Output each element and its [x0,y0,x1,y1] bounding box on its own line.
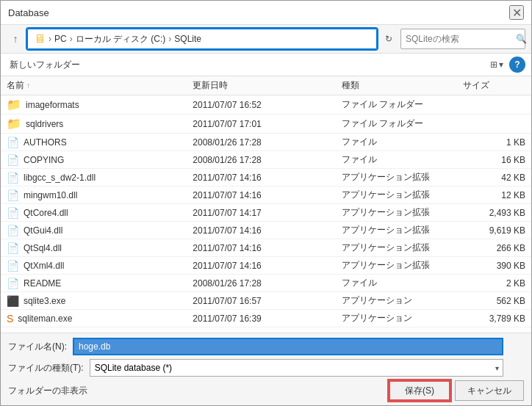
close-button[interactable]: ✕ [509,5,524,20]
file-name: 📄QtGui4.dll [1,222,187,239]
file-type: アプリケーション拡張 [336,222,457,239]
dll-icon: 📄 [7,172,19,184]
col-header-name[interactable]: 名前 ↑ [1,76,187,95]
file-size: 42 KB [457,169,531,186]
file-type: ファイル [336,275,457,292]
cancel-button[interactable]: キャンセル [455,380,524,401]
file-name: 📄libgcc_s_dw2-1.dll [1,169,187,186]
table-row[interactable]: 📄QtSql4.dll 2011/07/07 14:16 アプリケーション拡張 … [1,239,531,257]
table-row[interactable]: 📄QtCore4.dll 2011/07/07 14:17 アプリケーション拡張… [1,204,531,222]
folder-icon: 📁 [7,117,21,131]
file-type: ファイル フォルダー [336,115,457,134]
file-name: 📄COPYING [1,151,187,169]
file-date: 2011/07/07 14:16 [187,222,336,239]
dll-icon: 📄 [7,242,19,254]
file-icon: 📄 [7,154,19,166]
table-row[interactable]: 📄AUTHORS 2008/01/26 17:28 ファイル 1 KB [1,134,531,151]
file-date: 2011/07/07 16:57 [187,292,336,310]
file-type: ファイル [336,134,457,151]
breadcrumb[interactable]: 🖥 › PC › ローカル ディスク (C:) › SQLite [27,29,377,49]
file-name: ⬛sqlite3.exe [1,292,187,310]
file-name: Ssqliteman.exe [1,310,187,327]
table-row[interactable]: 📁sqldrivers 2011/07/07 17:01 ファイル フォルダー [1,115,531,134]
search-box: 🔍 [400,29,525,49]
file-size: 1 KB [457,134,531,151]
hide-folders-link[interactable]: フォルダーの非表示 [8,385,87,397]
file-list-area: 名前 ↑ 更新日時 種類 サイズ 📁imageformats 2011/07/0… [1,76,531,333]
file-size: 266 KB [457,239,531,257]
file-size: 390 KB [457,257,531,275]
search-input[interactable] [406,34,516,44]
file-size [457,95,531,115]
col-header-size[interactable]: サイズ [457,76,531,95]
table-row[interactable]: Ssqliteman.exe 2011/07/07 16:39 アプリケーション… [1,310,531,327]
new-folder-button[interactable]: 新しいフォルダー [7,57,83,73]
file-size: 3,789 KB [457,310,531,327]
file-icon: 📄 [7,278,19,289]
title-bar: Database ✕ [1,1,531,25]
footer-area: ファイル名(N): ファイルの種類(T): SQLite database (*… [1,333,531,405]
file-type: アプリケーション拡張 [336,186,457,204]
breadcrumb-folder: SQLite [174,34,201,44]
file-name: 📄README [1,275,187,292]
filetype-label: ファイルの種類(T): [8,362,84,374]
table-row[interactable]: 📄mingwm10.dll 2011/07/07 14:16 アプリケーション拡… [1,186,531,204]
toolbar: 新しいフォルダー ⊞ ▾ ? [1,54,531,76]
dll-icon: 📄 [7,260,19,272]
file-date: 2008/01/26 17:28 [187,151,336,169]
filename-input[interactable] [73,338,503,355]
file-size: 9,619 KB [457,222,531,239]
filename-label: ファイル名(N): [8,341,67,353]
file-name: 📄QtSql4.dll [1,239,187,257]
dialog-title: Database [8,7,49,18]
filename-row: ファイル名(N): [8,338,524,355]
file-name: 📄AUTHORS [1,134,187,151]
save-button[interactable]: 保存(S) [389,380,450,401]
nav-up-button[interactable]: ↑ [7,30,24,48]
dll-icon: 📄 [7,189,19,201]
dll-icon: 📄 [7,225,19,236]
table-row[interactable]: 📄COPYING 2008/01/26 17:28 ファイル 16 KB [1,151,531,169]
file-date: 2011/07/07 16:39 [187,310,336,327]
file-type: アプリケーション拡張 [336,257,457,275]
folder-icon: 📁 [7,98,21,112]
file-date: 2008/01/26 17:28 [187,134,336,151]
col-header-type[interactable]: 種類 [336,76,457,95]
col-header-date[interactable]: 更新日時 [187,76,336,95]
file-size: 2,493 KB [457,204,531,222]
filetype-row: ファイルの種類(T): SQLite database (*) ▾ [8,359,524,377]
search-icon: 🔍 [516,34,527,44]
file-type: アプリケーション拡張 [336,204,457,222]
table-row[interactable]: 📄QtGui4.dll 2011/07/07 14:16 アプリケーション拡張 … [1,222,531,239]
table-row[interactable]: 📄QtXml4.dll 2011/07/07 14:16 アプリケーション拡張 … [1,257,531,275]
file-date: 2011/07/07 17:01 [187,115,336,134]
view-icon: ⊞ [490,59,497,70]
file-date: 2011/07/07 14:17 [187,204,336,222]
sqliteman-icon: S [7,313,13,325]
file-size [457,115,531,134]
address-bar: ↑ 🖥 › PC › ローカル ディスク (C:) › SQLite ↻ 🔍 [1,25,531,54]
file-icon: 📄 [7,137,19,148]
file-name: 📁sqldrivers [1,115,187,134]
file-date: 2011/07/07 14:16 [187,186,336,204]
file-name: 📄QtXml4.dll [1,257,187,275]
file-size: 2 KB [457,275,531,292]
view-dropdown-arrow: ▾ [499,59,503,70]
sort-arrow-name: ↑ [26,81,30,90]
filetype-select[interactable]: SQLite database (*) [90,359,503,377]
view-button[interactable]: ⊞ ▾ [487,58,506,71]
help-button[interactable]: ? [509,57,525,73]
file-date: 2008/01/26 17:28 [187,275,336,292]
dll-icon: 📄 [7,207,19,219]
file-table: 名前 ↑ 更新日時 種類 サイズ 📁imageformats 2011/07/0… [1,76,531,327]
exe-icon: ⬛ [7,295,19,307]
file-date: 2011/07/07 14:16 [187,169,336,186]
table-row[interactable]: 📁imageformats 2011/07/07 16:52 ファイル フォルダ… [1,95,531,115]
table-row[interactable]: 📄README 2008/01/26 17:28 ファイル 2 KB [1,275,531,292]
refresh-button[interactable]: ↻ [380,30,398,48]
table-row[interactable]: 📄libgcc_s_dw2-1.dll 2011/07/07 14:16 アプリ… [1,169,531,186]
file-type: ファイル フォルダー [336,95,457,115]
breadcrumb-drive: ローカル ディスク (C:) [76,33,166,46]
table-row[interactable]: ⬛sqlite3.exe 2011/07/07 16:57 アプリケーション 5… [1,292,531,310]
file-size: 562 KB [457,292,531,310]
